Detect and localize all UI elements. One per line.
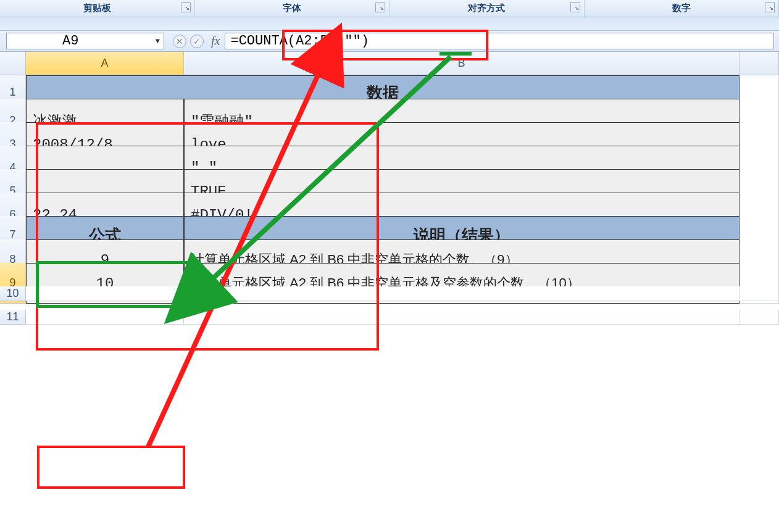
ribbon-spacer xyxy=(0,17,779,31)
ribbon-group-label: 剪贴板 xyxy=(83,2,111,14)
row-header-11[interactable]: 11 xyxy=(0,310,26,325)
name-box[interactable]: A9 ▼ xyxy=(6,33,164,49)
column-header-a[interactable]: A xyxy=(26,52,184,75)
dialog-launcher-icon[interactable]: ↘ xyxy=(181,2,191,12)
cell-b10[interactable] xyxy=(184,286,739,301)
fx-icon[interactable]: fx xyxy=(209,31,225,51)
cancel-formula-button[interactable]: ✕ xyxy=(173,35,186,48)
col-label: B xyxy=(457,57,465,70)
formula-bar: A9 ▼ ✕ ✓ fx =COUNTA(A2:B6,"") xyxy=(0,31,779,52)
formula-text: =COUNTA(A2:B6,"") xyxy=(230,33,369,49)
cell-b11[interactable] xyxy=(184,310,739,325)
dialog-launcher-icon[interactable]: ↘ xyxy=(765,2,775,12)
ribbon-group-number[interactable]: 数字 ↘ xyxy=(585,0,780,17)
ribbon-group-strip: 剪贴板 ↘ 字体 ↘ 对齐方式 ↘ 数字 ↘ xyxy=(0,0,779,17)
row-label: 11 xyxy=(6,310,19,323)
column-header-b[interactable]: B xyxy=(184,52,739,75)
row-label: 1 xyxy=(9,86,15,99)
chevron-down-icon[interactable]: ▼ xyxy=(156,37,160,46)
ribbon-group-font[interactable]: 字体 ↘ xyxy=(195,0,390,17)
accept-formula-button[interactable]: ✓ xyxy=(190,35,204,48)
ribbon-group-label: 字体 xyxy=(283,2,301,14)
row-header-10[interactable]: 10 xyxy=(0,286,26,301)
cell-empty[interactable] xyxy=(739,310,779,325)
select-all-corner[interactable] xyxy=(0,52,26,75)
ribbon-group-clipboard[interactable]: 剪贴板 ↘ xyxy=(0,0,195,17)
dialog-launcher-icon[interactable]: ↘ xyxy=(375,2,385,12)
ribbon-group-label: 对齐方式 xyxy=(468,2,505,14)
ribbon-group-label: 数字 xyxy=(672,2,691,14)
name-box-value: A9 xyxy=(62,33,78,49)
column-header-rest[interactable] xyxy=(739,52,779,75)
formula-input[interactable]: =COUNTA(A2:B6,"") xyxy=(225,33,774,49)
cell-a10[interactable] xyxy=(26,286,184,301)
formula-bar-buttons: ✕ ✓ xyxy=(168,31,209,51)
annotation-red-box-a9 xyxy=(37,446,185,489)
row-label: 10 xyxy=(6,287,19,300)
ribbon-group-alignment[interactable]: 对齐方式 ↘ xyxy=(390,0,585,17)
cell-a11[interactable] xyxy=(26,310,184,325)
dialog-launcher-icon[interactable]: ↘ xyxy=(570,2,580,12)
worksheet-grid[interactable]: A B 1 数据 2 冰激激 "雪融融" 3 2008/12/8 love 4 … xyxy=(0,52,779,333)
cell-empty[interactable] xyxy=(739,286,779,301)
col-label: A xyxy=(101,57,108,70)
